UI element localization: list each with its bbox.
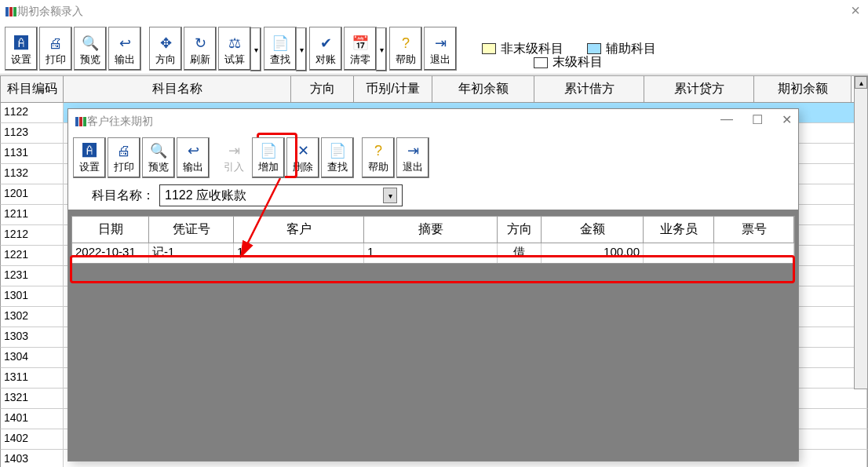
dropdown-icon[interactable]: ▾ bbox=[296, 27, 307, 71]
col-code[interactable]: 科目编码 bbox=[1, 76, 64, 102]
legend-box-leaf bbox=[534, 57, 548, 68]
main-titlebar: 期初余额录入 × bbox=[0, 0, 868, 24]
cell-code[interactable]: 1123 bbox=[1, 123, 64, 143]
cell-code[interactable]: 1401 bbox=[1, 409, 64, 429]
help-button[interactable]: ?帮助 bbox=[389, 27, 422, 71]
col-name[interactable]: 科目名称 bbox=[64, 76, 291, 102]
close-icon[interactable]: × bbox=[851, 2, 860, 20]
export-button[interactable]: ↩输出 bbox=[108, 27, 141, 71]
cell-code[interactable]: 1403 bbox=[1, 450, 64, 467]
cell-code[interactable]: 1321 bbox=[1, 389, 64, 408]
cell-dir[interactable]: 借 bbox=[498, 243, 542, 263]
subject-row: 科目名称： 1122 应收账款 ▾ bbox=[68, 181, 798, 210]
balance-icon: ⚖ bbox=[225, 34, 244, 53]
add-button[interactable]: 📄增加 bbox=[252, 137, 285, 178]
cell-code[interactable]: 1311 bbox=[1, 368, 64, 388]
app-logo-icon bbox=[5, 5, 17, 18]
trial-button[interactable]: ⚖试算▾ bbox=[218, 27, 251, 71]
delete-icon: ✕ bbox=[294, 141, 312, 160]
export-icon: ↩ bbox=[115, 34, 134, 53]
sub-window: 客户往来期初 — ☐ ✕ 🅰设置 🖨打印 🔍预览 ↩输出 ⇥引入 📄增加 ✕删除… bbox=[67, 108, 799, 462]
cell-code[interactable]: 1122 bbox=[1, 103, 64, 122]
clear-button[interactable]: 📅清零▾ bbox=[344, 27, 377, 71]
col-staff[interactable]: 业务员 bbox=[644, 217, 714, 243]
clear-icon: 📅 bbox=[351, 34, 370, 53]
add-icon: 📄 bbox=[259, 141, 278, 160]
cell-code[interactable]: 1131 bbox=[1, 144, 64, 163]
cell-voucher[interactable]: 记-1 bbox=[149, 243, 234, 263]
exit-icon: ⇥ bbox=[431, 34, 450, 53]
settings-button[interactable]: 🅰设置 bbox=[73, 137, 106, 178]
find-icon: 📄 bbox=[328, 141, 347, 160]
print-icon: 🖨 bbox=[115, 141, 133, 160]
subject-select[interactable]: 1122 应收账款 ▾ bbox=[159, 184, 403, 206]
export-button[interactable]: ↩输出 bbox=[177, 137, 210, 178]
col-cumdr[interactable]: 累计借方 bbox=[534, 76, 644, 102]
col-dir[interactable]: 方向 bbox=[291, 76, 354, 102]
dropdown-icon[interactable]: ▾ bbox=[250, 27, 261, 71]
settings-button[interactable]: 🅰设置 bbox=[5, 27, 38, 71]
col-cumcr[interactable]: 累计贷方 bbox=[644, 76, 754, 102]
preview-button[interactable]: 🔍预览 bbox=[74, 27, 107, 71]
dropdown-icon[interactable]: ▾ bbox=[376, 27, 387, 71]
help-button[interactable]: ?帮助 bbox=[362, 137, 395, 178]
help-icon: ? bbox=[396, 34, 415, 53]
col-voucher[interactable]: 凭证号 bbox=[149, 217, 234, 243]
refresh-button[interactable]: ↻刷新 bbox=[184, 27, 217, 71]
cell-code[interactable]: 1132 bbox=[1, 164, 64, 184]
direction-button[interactable]: ✥方向 bbox=[149, 27, 182, 71]
cell-date[interactable]: 2022-10-31 bbox=[72, 243, 149, 263]
col-amount[interactable]: 金额 bbox=[542, 217, 644, 243]
svg-rect-4 bbox=[79, 117, 82, 126]
col-customer[interactable]: 客户 bbox=[234, 217, 364, 243]
exit-button[interactable]: ⇥退出 bbox=[424, 27, 457, 71]
cell-staff[interactable] bbox=[644, 243, 714, 263]
sub-title: 客户往来期初 bbox=[87, 115, 153, 129]
reconcile-button[interactable]: ✔对账 bbox=[309, 27, 342, 71]
preview-icon: 🔍 bbox=[81, 34, 100, 53]
find-button[interactable]: 📄查找 bbox=[321, 137, 354, 178]
col-bill[interactable]: 票号 bbox=[714, 217, 794, 243]
cell-customer[interactable]: 1 bbox=[234, 243, 364, 263]
col-yearopen[interactable]: 年初余额 bbox=[432, 76, 534, 102]
print-button[interactable]: 🖨打印 bbox=[39, 27, 72, 71]
cell-code[interactable]: 1301 bbox=[1, 286, 64, 306]
cell-code[interactable]: 1221 bbox=[1, 246, 64, 265]
cell-code[interactable]: 1201 bbox=[1, 184, 64, 204]
cell-code[interactable]: 1304 bbox=[1, 348, 64, 367]
check-icon: ✔ bbox=[316, 34, 335, 53]
settings-icon: 🅰 bbox=[80, 141, 99, 160]
col-curr[interactable]: 币别/计量 bbox=[354, 76, 432, 102]
col-dir[interactable]: 方向 bbox=[498, 217, 542, 243]
scrollbar[interactable]: ▴ bbox=[854, 75, 868, 389]
cell-code[interactable]: 1402 bbox=[1, 429, 64, 449]
maximize-icon[interactable]: ☐ bbox=[752, 112, 763, 127]
cell-code[interactable]: 1211 bbox=[1, 205, 64, 224]
col-open[interactable]: 期初余额 bbox=[754, 76, 852, 102]
refresh-icon: ↻ bbox=[191, 34, 210, 53]
cell-code[interactable]: 1303 bbox=[1, 327, 64, 347]
cell-bill[interactable] bbox=[714, 243, 794, 263]
sub-grid-row[interactable]: 2022-10-31 记-1 1 1 借 100.00 bbox=[71, 243, 795, 264]
svg-rect-5 bbox=[83, 117, 86, 126]
col-summary[interactable]: 摘要 bbox=[364, 217, 498, 243]
delete-button[interactable]: ✕删除 bbox=[286, 137, 319, 178]
cell-code[interactable]: 1302 bbox=[1, 307, 64, 327]
import-icon: ⇥ bbox=[224, 141, 243, 160]
col-date[interactable]: 日期 bbox=[72, 217, 149, 243]
sub-toolbar: 🅰设置 🖨打印 🔍预览 ↩输出 ⇥引入 📄增加 ✕删除 📄查找 ?帮助 ⇥退出 bbox=[68, 134, 798, 181]
cell-code[interactable]: 1212 bbox=[1, 225, 64, 245]
scroll-up-icon[interactable]: ▴ bbox=[855, 76, 867, 89]
minimize-icon[interactable]: — bbox=[720, 112, 733, 127]
cell-code[interactable]: 1231 bbox=[1, 266, 64, 286]
close-icon[interactable]: ✕ bbox=[782, 112, 792, 127]
print-button[interactable]: 🖨打印 bbox=[108, 137, 140, 178]
cell-summary[interactable]: 1 bbox=[364, 243, 498, 263]
find-button[interactable]: 📄查找▾ bbox=[264, 27, 297, 71]
chevron-down-icon[interactable]: ▾ bbox=[383, 188, 397, 203]
cell-amount[interactable]: 100.00 bbox=[542, 243, 644, 263]
help-icon: ? bbox=[369, 141, 388, 160]
settings-icon: 🅰 bbox=[12, 34, 31, 53]
exit-button[interactable]: ⇥退出 bbox=[396, 137, 429, 178]
preview-button[interactable]: 🔍预览 bbox=[142, 137, 175, 178]
